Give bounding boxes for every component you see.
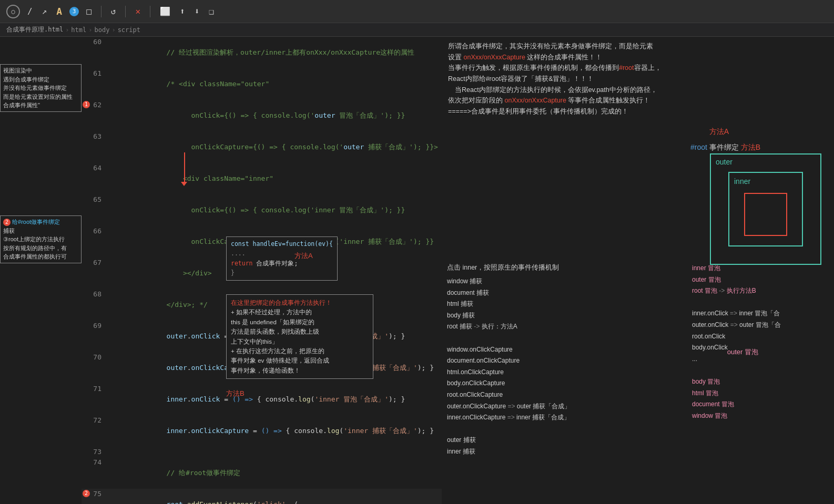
close-icon[interactable]: ✕	[133, 5, 143, 17]
code-editor[interactable]: 视图渲染中 遇到合成事件绑定 并没有给元素做事件绑定 而是给元素设置对应的属性 …	[0, 37, 442, 504]
undo-icon[interactable]: ↺	[109, 5, 118, 17]
method-a-code-label: 方法A	[294, 251, 313, 261]
code-line-60: 60 // 经过视图渲染解析，outer/inner上都有onXxx/onXxx…	[82, 37, 442, 68]
arrow-1	[184, 152, 185, 184]
code-line-75: 2 75 root.addEventListener('click', ( ev…	[82, 489, 442, 504]
method-b-code-label: 方法B	[226, 389, 245, 398]
dom-diagram: outer inner	[708, 151, 823, 267]
copy-icon[interactable]: ❑	[207, 5, 216, 17]
left-annotation-2: 2 给#root做事件绑定 捕获 ③root上绑定的方法执行 按所有规划的路径中…	[0, 215, 82, 263]
code-line-62: 1 62 onClick={() => { console.log('outer…	[82, 100, 442, 131]
arrow-head-1	[181, 182, 187, 186]
breadcrumb-item1[interactable]: 合成事件原理.html	[6, 25, 63, 34]
breadcrumb-item3[interactable]: body	[95, 26, 110, 34]
breadcrumb-sep3: ›	[111, 26, 115, 34]
event-list-right: inner 冒泡 outer 冒泡 root 冒泡 -> 执行方法B inner…	[692, 263, 829, 421]
svg-rect-0	[710, 154, 821, 264]
breadcrumb-sep1: ›	[65, 26, 69, 34]
breadcrumb: 合成事件原理.html › html › body › script	[0, 23, 834, 37]
marker-2: 2	[83, 490, 90, 497]
svg-rect-4	[745, 193, 787, 235]
separator2	[125, 6, 126, 17]
svg-text:outer: outer	[716, 158, 733, 166]
arrow-tool-icon[interactable]: ↗	[40, 5, 49, 17]
code-line-74: 74 // 给#root做事件绑定	[82, 457, 442, 489]
badge-count[interactable]: 3	[69, 7, 79, 16]
code-line-71: 71 inner.onClick = () => { console.log('…	[82, 384, 442, 415]
line-num-62: 1 62	[82, 100, 107, 131]
intro-paragraph: 所谓合成事件绑定，其实并没有给元素本身做事件绑定，而是给元素 设置 onXxx/…	[448, 41, 828, 117]
monitor-icon[interactable]: ⬜	[158, 5, 172, 17]
code-line-73: 73	[82, 447, 442, 457]
click-inner-title: 点击 inner，按照原生的事件传播机制	[447, 263, 559, 273]
line-num-75: 2 75	[82, 489, 107, 504]
event-list-left: window 捕获 document 捕获 html 捕获 body 捕获 ro…	[447, 276, 571, 458]
handleev-callout: const handleEv=function(ev){ .... return…	[226, 236, 338, 281]
breadcrumb-item4[interactable]: script	[118, 26, 140, 34]
text-tool-icon[interactable]: A	[54, 5, 64, 18]
code-line-72: 72 inner.onClickCapture = () => { consol…	[82, 415, 442, 447]
dom-diagram-svg: outer inner	[708, 151, 823, 267]
toolbar: ○ / ↗ A 3 □ ↺ ✕ ⬜ ⬆ ⬇ ❑	[0, 0, 834, 23]
method-desc-callout: 在这里把绑定的合成事件方法执行！ + 如果不经过处理，方法中的 this 是 u…	[226, 294, 373, 379]
code-line-61: 61 /* <div className="outer"	[82, 68, 442, 100]
download-icon[interactable]: ⬇	[192, 5, 202, 17]
pen-tool-icon[interactable]: /	[25, 5, 35, 17]
circle-tool-icon[interactable]: ○	[6, 5, 20, 18]
right-panel: 所谓合成事件绑定，其实并没有给元素本身做事件绑定，而是给元素 设置 onXxx/…	[442, 37, 834, 504]
separator3	[150, 6, 150, 17]
marker-1: 1	[83, 101, 90, 108]
rect-tool-icon[interactable]: □	[84, 5, 94, 17]
code-line-64: 64 <div className="inner"	[82, 163, 442, 194]
upload-icon[interactable]: ⬆	[178, 5, 187, 17]
code-line-63: 63 onClickCapture={() => { console.log('…	[82, 131, 442, 163]
main-area: 视图渲染中 遇到合成事件绑定 并没有给元素做事件绑定 而是给元素设置对应的属性 …	[0, 37, 834, 504]
svg-text:inner: inner	[734, 177, 750, 186]
breadcrumb-sep2: ›	[88, 26, 92, 34]
outer-bi-text: outer 冒泡	[727, 347, 758, 357]
method-a-top-label: 方法A	[709, 126, 729, 137]
code-line-65: 65 onClick={() => { console.log('inner 冒…	[82, 194, 442, 226]
separator	[101, 6, 101, 17]
breadcrumb-item2[interactable]: html	[71, 26, 86, 34]
left-annotation-1: 视图渲染中 遇到合成事件绑定 并没有给元素做事件绑定 而是给元素设置对应的属性 …	[0, 64, 82, 112]
